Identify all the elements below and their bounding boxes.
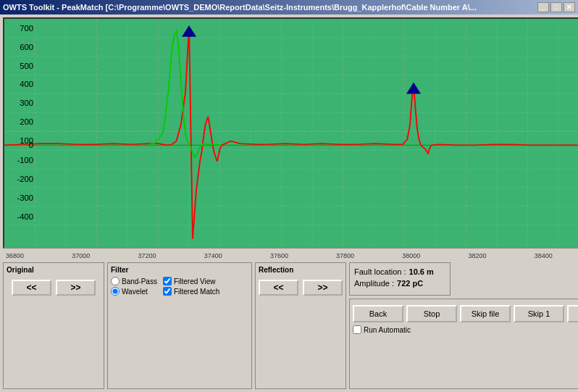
maximize-button[interactable]: □ <box>550 2 562 12</box>
reflection-next-button[interactable]: >> <box>303 280 343 296</box>
fault-amplitude-row: Amplitude : 722 pC <box>354 279 445 288</box>
filter-title: Filter <box>111 266 248 274</box>
fault-location-row: Fault location : 10.6 m <box>354 267 445 276</box>
svg-text:700: 700 <box>20 24 33 32</box>
wavelet-row: Wavelet <box>111 287 157 296</box>
filtered-match-label: Filtered Match <box>174 288 219 296</box>
x-label-4: 37400 <box>204 252 222 259</box>
filtered-view-row: Filtered View <box>163 277 219 285</box>
original-nav: << >> <box>7 280 101 296</box>
close-button[interactable]: ✕ <box>564 2 575 12</box>
svg-text:200: 200 <box>20 118 33 126</box>
filter-radio-group: Band-Pass Wavelet <box>111 277 157 296</box>
fault-panel: Fault location : 10.6 m Amplitude : 722 … <box>349 262 451 296</box>
original-title: Original <box>7 266 101 274</box>
filtered-match-checkbox[interactable] <box>163 287 172 296</box>
wavelet-radio[interactable] <box>111 287 120 296</box>
fault-amplitude-value: 722 pC <box>397 279 423 288</box>
bandpass-radio[interactable] <box>111 277 120 285</box>
run-auto-checkbox[interactable] <box>353 325 361 334</box>
wavelet-label: Wavelet <box>122 288 148 296</box>
x-label-7: 38000 <box>402 252 420 259</box>
svg-text:300: 300 <box>20 99 33 107</box>
main-container: 700 600 500 400 300 200 100 0 -100 -200 … <box>0 14 578 392</box>
svg-text:0: 0 <box>29 141 33 149</box>
skip-file-button[interactable]: Skip file <box>460 305 511 322</box>
action-panel: Back Stop Skip file Skip 1 Accept Run Au… <box>349 299 578 389</box>
original-next-button[interactable]: >> <box>56 280 96 296</box>
reflection-nav: << >> <box>259 280 343 296</box>
filtered-match-row: Filtered Match <box>163 287 219 296</box>
reflection-panel: Reflection << >> <box>255 262 346 389</box>
action-buttons: Back Stop Skip file Skip 1 Accept <box>353 305 578 322</box>
fault-amplitude-label: Amplitude : <box>354 279 394 288</box>
x-label-6: 37800 <box>336 252 354 259</box>
svg-rect-0 <box>4 19 578 247</box>
title-bar: OWTS Toolkit - PeakMatch [C:\Programme\O… <box>0 0 578 14</box>
x-label-9: 38400 <box>535 252 553 259</box>
original-prev-button[interactable]: << <box>12 280 51 296</box>
left-area: 700 600 500 400 300 200 100 0 -100 -200 … <box>3 17 578 389</box>
x-label-3: 37200 <box>138 252 156 259</box>
x-label-1: 36800 <box>6 252 24 259</box>
filter-panel: Filter Band-Pass Wavelet <box>107 262 252 389</box>
run-auto-label: Run Automatic <box>364 326 411 334</box>
x-axis: 36800 37000 37200 37400 37600 37800 3800… <box>3 252 578 259</box>
x-label-2: 37000 <box>72 252 90 259</box>
bandpass-label: Band-Pass <box>122 278 157 285</box>
bottom-panels: Original << >> Filter Band-Pass <box>3 262 578 389</box>
x-label-5: 37600 <box>270 252 288 259</box>
reflection-prev-button[interactable]: << <box>259 280 298 296</box>
back-button[interactable]: Back <box>353 305 403 322</box>
svg-text:500: 500 <box>20 62 33 70</box>
x-label-8: 38200 <box>469 252 487 259</box>
svg-text:-300: -300 <box>17 193 33 201</box>
minimize-button[interactable]: _ <box>537 2 549 12</box>
reflection-title: Reflection <box>259 266 343 274</box>
svg-text:400: 400 <box>20 80 33 88</box>
original-panel: Original << >> <box>3 262 104 389</box>
filter-inner: Band-Pass Wavelet Filtered View <box>111 277 248 296</box>
svg-text:-200: -200 <box>17 175 33 183</box>
filter-check-group: Filtered View Filtered Match <box>163 277 219 296</box>
chart-svg: 700 600 500 400 300 200 100 0 -100 -200 … <box>4 19 578 247</box>
fault-location-label: Fault location : <box>354 267 406 276</box>
svg-text:-100: -100 <box>17 157 33 164</box>
stop-button[interactable]: Stop <box>406 305 457 322</box>
filtered-view-checkbox[interactable] <box>163 277 172 285</box>
window-controls: _ □ ✕ <box>537 2 575 12</box>
title-text: OWTS Toolkit - PeakMatch [C:\Programme\O… <box>3 3 477 12</box>
run-auto-row: Run Automatic <box>353 325 578 334</box>
chart-area: 700 600 500 400 300 200 100 0 -100 -200 … <box>3 17 578 249</box>
fault-location-value: 10.6 m <box>409 267 434 276</box>
svg-text:-400: -400 <box>17 212 33 220</box>
skip1-button[interactable]: Skip 1 <box>514 305 564 322</box>
svg-text:600: 600 <box>20 43 33 51</box>
accept-button[interactable]: Accept <box>567 305 578 322</box>
filtered-view-label: Filtered View <box>174 278 216 285</box>
bandpass-row: Band-Pass <box>111 277 157 285</box>
